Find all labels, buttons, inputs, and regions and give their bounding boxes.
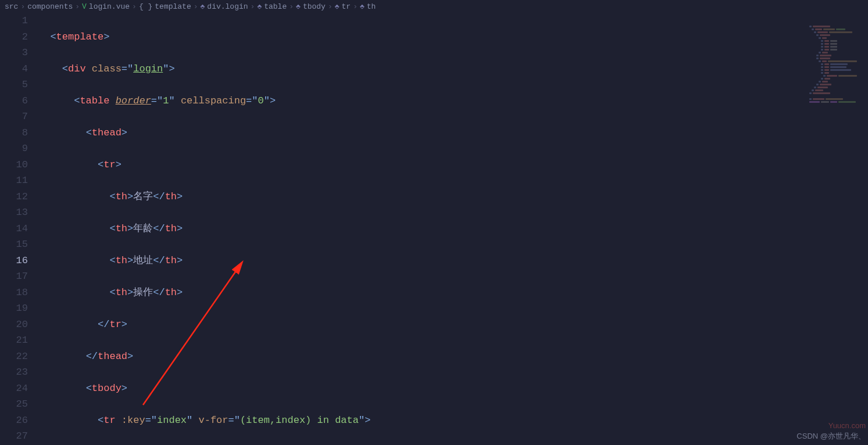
symbol-icon: ⬘: [296, 2, 301, 11]
line-number: 21: [0, 332, 28, 349]
line-gutter: 1 2 3 4 5 6 7 8 9 10 11 12 13 14 15 16 1…: [0, 13, 38, 445]
chevron-right-icon: ›: [353, 2, 358, 11]
watermark: CSDN @亦世凡华、: [796, 431, 866, 442]
line-number: 4: [0, 61, 28, 77]
line-number: 5: [0, 77, 28, 93]
code-line[interactable]: <th>操作</th>: [38, 285, 868, 301]
line-number: 20: [0, 317, 28, 333]
code-line[interactable]: </tr>: [38, 317, 868, 333]
line-number: 23: [0, 364, 28, 381]
symbol-icon: ⬘: [360, 2, 365, 11]
code-line[interactable]: <th>地址</th>: [38, 253, 868, 269]
symbol-icon: ⬘: [201, 2, 205, 11]
line-number: 27: [0, 428, 28, 444]
line-number: 15: [0, 236, 28, 253]
line-number-current: 16: [0, 253, 28, 269]
line-number: 8: [0, 125, 28, 141]
minimap[interactable]: [807, 26, 868, 445]
chevron-right-icon: ›: [194, 2, 198, 11]
line-number: 3: [0, 45, 28, 61]
line-number: 25: [0, 396, 28, 412]
code-content[interactable]: <template> <div class="login"> <table bo…: [38, 13, 868, 445]
line-number: 11: [0, 173, 28, 189]
crumb-src[interactable]: src: [5, 2, 18, 11]
crumb-table[interactable]: table: [264, 2, 287, 11]
line-number: 19: [0, 300, 28, 317]
code-line[interactable]: <div class="login">: [38, 61, 868, 77]
line-number: 9: [0, 141, 28, 157]
crumb-div[interactable]: div.login: [207, 2, 248, 11]
crumb-components[interactable]: components: [27, 2, 73, 11]
code-line[interactable]: <template>: [38, 29, 868, 45]
crumb-template[interactable]: template: [155, 2, 191, 11]
code-line[interactable]: <th>名字</th>: [38, 189, 868, 205]
chevron-right-icon: ›: [132, 2, 137, 11]
code-line[interactable]: <tr>: [38, 157, 868, 173]
breadcrumb[interactable]: src › components › V login.vue › { } tem…: [0, 0, 868, 13]
code-line[interactable]: </thead>: [38, 349, 868, 365]
chevron-right-icon: ›: [328, 2, 333, 11]
watermark: Yuucn.com: [828, 421, 866, 430]
code-line[interactable]: <tbody>: [38, 381, 868, 397]
line-number: 2: [0, 29, 28, 45]
line-number: 1: [0, 13, 28, 29]
code-line[interactable]: <th>年龄</th>: [38, 221, 868, 237]
line-number: 13: [0, 204, 28, 221]
line-number: 12: [0, 189, 28, 205]
code-line[interactable]: <tr :key="index" v-for="(item,index) in …: [38, 412, 868, 429]
line-number: 22: [0, 349, 28, 365]
line-number: 14: [0, 221, 28, 237]
code-editor[interactable]: 1 2 3 4 5 6 7 8 9 10 11 12 13 14 15 16 1…: [0, 13, 868, 445]
crumb-th[interactable]: th: [367, 2, 376, 11]
line-number: 10: [0, 157, 28, 173]
code-line[interactable]: <thead>: [38, 125, 868, 141]
symbol-icon: ⬘: [257, 2, 262, 11]
chevron-right-icon: ›: [289, 2, 294, 11]
line-number: 6: [0, 93, 28, 109]
line-number: 24: [0, 381, 28, 397]
line-number: 17: [0, 268, 28, 285]
line-number: 18: [0, 285, 28, 301]
code-line[interactable]: <table border="1" cellspacing="0">: [38, 93, 868, 109]
crumb-file[interactable]: login.vue: [89, 2, 130, 11]
crumb-tr[interactable]: tr: [342, 2, 351, 11]
line-number: 7: [0, 109, 28, 125]
line-number: 26: [0, 412, 28, 429]
chevron-right-icon: ›: [75, 2, 80, 11]
vue-icon: V: [82, 2, 87, 11]
chevron-right-icon: ›: [20, 2, 25, 11]
chevron-right-icon: ›: [251, 2, 255, 11]
braces-icon: { }: [139, 2, 152, 11]
symbol-icon: ⬘: [335, 2, 340, 11]
crumb-tbody[interactable]: tbody: [303, 2, 326, 11]
